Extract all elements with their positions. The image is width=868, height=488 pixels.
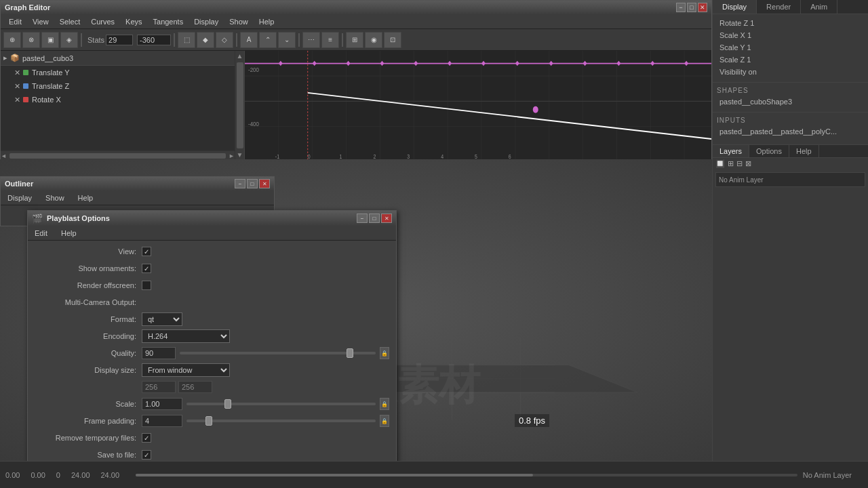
frame-padding-thumb[interactable]	[205, 416, 212, 426]
layer-icon-2[interactable]: ⊞	[728, 159, 734, 168]
scroll-up-arrow[interactable]: ▲	[235, 51, 245, 61]
playblast-minimize[interactable]: −	[357, 214, 368, 223]
quality-lock-btn[interactable]: 🔒	[380, 347, 389, 359]
graph-editor-toolbar: ⊕ ⊗ ▣ ◈ Stats ⬚ ◆ ◇ A ⌃ ⌄ ⋯ ≡ ⊞ ◉ ⊡	[1, 29, 711, 51]
channel-scalex[interactable]: Scale X 1	[717, 29, 864, 41]
outliner-close[interactable]: ✕	[259, 179, 270, 188]
menu-tangents[interactable]: Tangents	[148, 16, 189, 27]
menu-keys[interactable]: Keys	[120, 16, 147, 27]
playblast-menu-edit[interactable]: Edit	[28, 228, 54, 239]
quality-input[interactable]	[142, 347, 176, 359]
menu-show[interactable]: Show	[224, 16, 254, 27]
dimensions-row	[35, 380, 389, 394]
scale-slider-thumb[interactable]	[224, 399, 231, 409]
scroll-down-arrow[interactable]: ▼	[235, 150, 245, 160]
channel-translatey[interactable]: ✕ Translate Y	[1, 66, 244, 79]
shape-item[interactable]: pasted__cuboShape3	[717, 96, 864, 108]
scale-input[interactable]	[142, 398, 182, 410]
menu-view[interactable]: View	[27, 16, 54, 27]
sublayer-tab-help[interactable]: Help	[789, 145, 819, 157]
toolbar-btn-1[interactable]: ⊕	[3, 32, 21, 48]
toolbar-frame-btn[interactable]: ⬚	[178, 32, 195, 48]
svg-line-39	[308, 93, 711, 139]
format-select[interactable]: qt avi image	[142, 312, 182, 326]
channel-visibility[interactable]: Visibility on	[717, 66, 864, 78]
quality-slider-thumb[interactable]	[347, 348, 353, 358]
frame-padding-input[interactable]	[142, 415, 182, 427]
timeline-scrubber[interactable]	[136, 474, 797, 476]
menu-edit[interactable]: Edit	[3, 16, 27, 27]
frame-input[interactable]	[137, 35, 171, 45]
toolbar-sep-2	[174, 33, 175, 47]
input-item[interactable]: pasted__pasted__pasted__polyC...	[717, 125, 864, 138]
frame-padding-lock-btn[interactable]: 🔒	[380, 415, 389, 427]
toolbar-btn-3[interactable]: ▣	[41, 32, 59, 48]
close-button[interactable]: ✕	[698, 3, 707, 12]
show-ornaments-checkbox[interactable]	[142, 264, 151, 273]
channel-scalez-name: Scale Z 1	[719, 56, 751, 64]
outliner-header-item[interactable]: ▸ 📦 pasted__cubo3	[1, 51, 244, 66]
layer-icon-4[interactable]: ⊠	[745, 159, 751, 168]
playblast-dialog: 🎬 Playblast Options − □ ✕ Edit Help View…	[27, 210, 397, 488]
toolbar-extra-btn3[interactable]: ⊡	[384, 32, 401, 48]
tab-render[interactable]: Render	[757, 0, 801, 14]
toolbar-sep-3	[236, 33, 237, 47]
toolbar-tangent3-btn[interactable]: ⌄	[278, 32, 296, 48]
toolbar-snap-btn[interactable]: ⋯	[302, 32, 320, 48]
playblast-maximize[interactable]: □	[369, 214, 380, 223]
view-checkbox[interactable]	[142, 247, 151, 256]
minimize-button[interactable]: −	[676, 3, 686, 12]
outliner-menu-show[interactable]: Show	[39, 192, 71, 203]
toolbar-tangent2-btn[interactable]: ⌃	[259, 32, 277, 48]
toolbar-tangent-btn[interactable]: A	[240, 32, 258, 48]
layer-icon-1[interactable]: 🔲	[715, 159, 725, 168]
stats-input[interactable]	[106, 35, 133, 45]
outliner-scrollbar[interactable]: ▲ ▼	[235, 51, 244, 160]
toolbar-btn-2[interactable]: ⊗	[22, 32, 40, 48]
toolbar-key-btn[interactable]: ◆	[197, 32, 214, 48]
no-anim-layer-status: No Anim Layer	[803, 471, 852, 479]
channel-scalez[interactable]: Scale Z 1	[717, 54, 864, 66]
menu-help[interactable]: Help	[254, 16, 280, 27]
height-input	[178, 381, 212, 393]
maximize-button[interactable]: □	[687, 3, 696, 12]
toolbar-btn-4[interactable]: ◈	[60, 32, 78, 48]
toolbar-extra-btn2[interactable]: ◉	[365, 32, 382, 48]
channel-rotatez[interactable]: Rotate Z 1	[717, 17, 864, 29]
scroll-left-arrow[interactable]: ◄	[1, 152, 7, 159]
quality-row: Quality: 🔒	[35, 346, 389, 360]
toolbar-key2-btn[interactable]: ◇	[216, 32, 233, 48]
outliner-maximize[interactable]: □	[247, 179, 258, 188]
sublayer-tab-options[interactable]: Options	[749, 145, 789, 157]
status-bar: 0.00 0.00 0 24.00 24.00 No Anim Layer	[0, 461, 868, 488]
playblast-menu-help[interactable]: Help	[54, 228, 83, 239]
outliner-menu-help[interactable]: Help	[71, 192, 100, 203]
outliner-title: Outliner	[5, 180, 33, 188]
outliner-minimize[interactable]: −	[235, 179, 245, 188]
scroll-right-arrow[interactable]: ►	[229, 152, 235, 159]
scale-lock-btn[interactable]: 🔒	[380, 398, 389, 410]
encoding-select[interactable]: H.264 MPEG-4 PNG	[142, 329, 230, 343]
outliner-hscrollbar[interactable]: ◄ ►	[1, 150, 235, 160]
fps-display: 0.8 fps	[515, 414, 549, 427]
menu-select[interactable]: Select	[54, 16, 86, 27]
layer-icon-3[interactable]: ⊟	[736, 159, 743, 168]
sublayer-tab-layers[interactable]: Layers	[713, 145, 749, 157]
channel-scaley[interactable]: Scale Y 1	[717, 41, 864, 54]
channel-rotatex[interactable]: ✕ Rotate X	[1, 93, 244, 106]
save-to-file-checkbox[interactable]	[142, 450, 151, 460]
outliner-menu-display[interactable]: Display	[1, 192, 39, 203]
menu-curves[interactable]: Curves	[85, 16, 120, 27]
remove-temp-checkbox[interactable]	[142, 433, 151, 443]
tab-display[interactable]: Display	[713, 0, 757, 14]
toolbar-extra-btn1[interactable]: ⊞	[346, 32, 363, 48]
tab-anim[interactable]: Anim	[801, 0, 837, 14]
toolbar-snap2-btn[interactable]: ≡	[321, 32, 339, 48]
channel-translatez[interactable]: ✕ Translate Z	[1, 79, 244, 93]
display-size-select[interactable]: From window Custom HD 1080	[142, 363, 230, 377]
render-offscreen-checkbox[interactable]	[142, 281, 151, 290]
menu-display[interactable]: Display	[189, 16, 224, 27]
graph-curve-area[interactable]: -200 -400 -1 0 1 2 3 4 5 6	[245, 51, 711, 160]
playblast-close[interactable]: ✕	[381, 214, 392, 223]
scale-slider-track	[186, 403, 376, 405]
